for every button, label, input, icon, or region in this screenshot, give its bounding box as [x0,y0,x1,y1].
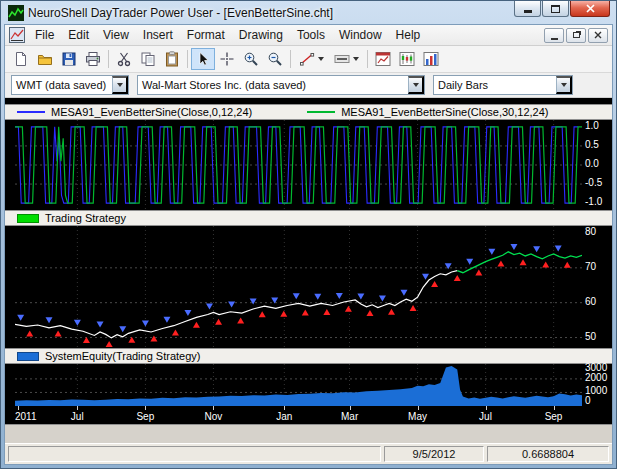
mdi-restore-button[interactable] [566,28,586,43]
chevron-down-icon [117,83,123,87]
mdi-close-button[interactable] [588,28,608,43]
open-folder-button[interactable] [33,48,57,70]
chart-row-price: 80706050 [5,226,612,348]
print-icon [85,51,101,67]
paste-button[interactable] [160,48,184,70]
chart-plot-equity[interactable] [15,364,582,406]
menu-item-file[interactable]: File [28,26,61,45]
cut-button[interactable] [112,48,136,70]
x-tick [18,406,19,410]
legend-label: Trading Strategy [45,212,126,224]
status-message [8,446,381,462]
close-button[interactable] [570,1,610,17]
mdi-window-controls [542,28,608,43]
x-axis-spacer [582,406,612,424]
legend-entry: Trading Strategy [17,212,126,224]
chart-plot-oscillator[interactable] [15,120,582,210]
y-axis-equity: 3000200010000 [582,364,612,406]
zoom-out-icon [267,51,283,67]
minimize-button[interactable] [514,1,541,17]
chart-bottom-margin [5,424,612,443]
menu-items: FileEditViewInsertFormatDrawingToolsWind… [28,26,427,45]
save-button[interactable] [57,48,81,70]
line-style-button[interactable] [329,48,364,70]
legend-entry: SystemEquity(Trading Strategy) [17,350,200,362]
crosshair-button[interactable] [215,48,239,70]
app-window: NeuroShell DayTrader Power User - [EvenB… [0,0,617,469]
mdi-minimize-button[interactable] [544,28,564,43]
pointer-button[interactable] [191,48,215,70]
maximize-icon [551,5,560,13]
y-tick-label: 2000 [585,373,607,383]
line-swatch-icon [17,111,45,113]
chevron-down-icon [413,83,419,87]
menu-item-window[interactable]: Window [332,26,389,45]
instrument-combobox-value: Wal-Mart Stores Inc. (data saved) [138,76,408,94]
legend-entry: MESA91_EvenBetterSine(Close,0,12,24) [17,106,252,118]
menu-item-insert[interactable]: Insert [136,26,180,45]
copy-button[interactable] [136,48,160,70]
chart-row-oscillator: 1.00.50.0-0.5-1.0 [5,120,612,210]
interval-combobox-dropdown-button[interactable] [556,76,572,94]
new-document-button[interactable] [9,48,33,70]
y-tick-label: 0.0 [585,159,599,169]
chart-canvas-equity [15,364,582,406]
title-bar[interactable]: NeuroShell DayTrader Power User - [EvenB… [4,1,613,24]
chart-row-equity: 3000200010000 [5,364,612,406]
x-tick-label: Mar [341,411,358,422]
bar-chart-button[interactable] [419,48,443,70]
line-swatch-icon [307,111,335,113]
indicator-window-button[interactable] [371,48,395,70]
menu-item-tools[interactable]: Tools [290,26,332,45]
chevron-down-icon [353,57,359,61]
x-tick-label: Jan [276,411,292,422]
x-tick [418,406,419,410]
legend-strip-price: Trading Strategy [5,210,612,226]
menu-item-edit[interactable]: Edit [61,26,96,45]
menu-item-format[interactable]: Format [180,26,232,45]
menu-item-view[interactable]: View [96,26,136,45]
chevron-down-icon [318,57,324,61]
interval-combobox-value: Daily Bars [434,76,556,94]
x-axis: 2011JulSepNovJanMarMayJulSep [5,406,612,424]
print-button[interactable] [81,48,105,70]
y-tick-label: 50 [585,332,596,342]
symbol-combobox-value: WMT (data saved) [12,76,112,94]
line-style-icon [334,51,350,67]
y-tick-label: 1.0 [585,121,599,131]
window-controls [513,1,610,17]
menu-item-help[interactable]: Help [389,26,428,45]
x-tick [145,406,146,410]
x-axis-labels: 2011JulSepNovJanMarMayJulSep [15,406,582,424]
status-value: 0.6688804 [487,446,609,462]
maximize-button[interactable] [542,1,569,17]
rect-swatch-icon [17,352,39,361]
candlestick-chart-icon [399,51,415,67]
legend-entry: MESA91_EvenBetterSine(Close,30,12,24) [307,106,548,118]
trendline-tool-button[interactable] [294,48,329,70]
y-axis-price: 80706050 [582,226,612,348]
instrument-combobox-dropdown-button[interactable] [408,76,424,94]
x-tick [77,406,78,410]
x-tick-label: Nov [204,411,222,422]
symbol-combobox-dropdown-button[interactable] [112,76,128,94]
chart-plot-price[interactable] [15,226,582,348]
close-icon [594,31,602,39]
minimize-icon [524,10,532,13]
menu-item-drawing[interactable]: Drawing [232,26,290,45]
zoom-out-button[interactable] [263,48,287,70]
candlestick-chart-button[interactable] [395,48,419,70]
instrument-combobox[interactable]: Wal-Mart Stores Inc. (data saved) [137,75,425,95]
trendline-tool-icon [299,51,315,67]
paste-icon [164,51,180,67]
interval-combobox[interactable]: Daily Bars [433,75,573,95]
chart-canvas-price [15,226,582,348]
y-tick-label: 0.5 [585,140,599,150]
selector-bar: WMT (data saved) Wal-Mart Stores Inc. (d… [5,73,612,98]
x-tick [213,406,214,410]
app-icon [8,5,24,21]
bar-chart-icon [423,51,439,67]
y-tick-label: 60 [585,297,596,307]
zoom-in-button[interactable] [239,48,263,70]
symbol-combobox[interactable]: WMT (data saved) [11,75,129,95]
